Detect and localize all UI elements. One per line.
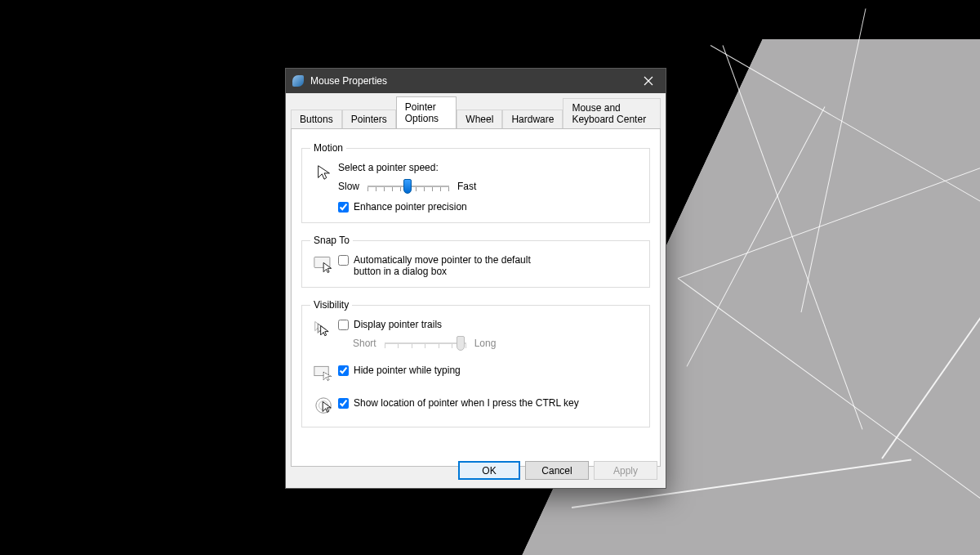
tab-hardware[interactable]: Hardware xyxy=(502,110,563,129)
enhance-precision-label: Enhance pointer precision xyxy=(354,201,467,213)
hide-typing-checkbox[interactable]: Hide pointer while typing xyxy=(338,365,641,376)
group-visibility-legend: Visibility xyxy=(310,299,352,311)
group-snap-to: Snap To Automatically move xyxy=(301,235,650,288)
pointer-speed-slider[interactable] xyxy=(368,178,449,195)
cancel-button[interactable]: Cancel xyxy=(525,461,589,480)
pointer-speed-label: Select a pointer speed: xyxy=(338,162,641,173)
pointer-trails-slider xyxy=(385,335,466,351)
pointer-trails-checkbox[interactable]: Display pointer trails xyxy=(338,319,641,330)
tab-strip: Buttons Pointers Pointer Options Wheel H… xyxy=(286,93,666,128)
group-snap-to-legend: Snap To xyxy=(310,235,353,246)
tab-buttons[interactable]: Buttons xyxy=(291,110,342,129)
titlebar[interactable]: Mouse Properties xyxy=(286,69,666,93)
tab-mouse-keyboard-center[interactable]: Mouse and Keyboard Center xyxy=(563,98,661,129)
app-icon xyxy=(292,75,304,87)
ctrl-locate-input[interactable] xyxy=(338,398,349,409)
enhance-precision-input[interactable] xyxy=(338,202,349,213)
pointer-trails-icon xyxy=(314,319,335,340)
pointer-speed-slow-label: Slow xyxy=(338,181,359,192)
group-visibility: Visibility xyxy=(301,299,650,427)
pointer-speed-icon xyxy=(314,162,335,183)
tab-pointer-options[interactable]: Pointer Options xyxy=(396,96,457,128)
close-button[interactable] xyxy=(631,69,666,93)
ctrl-locate-icon xyxy=(314,396,335,417)
snap-to-icon xyxy=(314,254,335,275)
ctrl-locate-checkbox[interactable]: Show location of pointer when I press th… xyxy=(338,397,641,409)
mouse-properties-dialog: Mouse Properties Buttons Pointers Pointe… xyxy=(285,68,666,489)
pointer-speed-thumb[interactable] xyxy=(403,179,412,194)
apply-button: Apply xyxy=(594,461,657,480)
trails-long-label: Long xyxy=(474,338,497,349)
desktop-wallpaper: Mouse Properties Buttons Pointers Pointe… xyxy=(0,0,980,555)
tab-panel-pointer-options: Motion Select a pointer speed: Slow xyxy=(291,128,661,467)
pointer-trails-thumb xyxy=(457,336,465,351)
enhance-precision-checkbox[interactable]: Enhance pointer precision xyxy=(338,201,641,213)
snap-to-checkbox[interactable]: Automatically move pointer to the defaul… xyxy=(338,254,641,277)
hide-typing-input[interactable] xyxy=(338,365,349,376)
pointer-trails-input[interactable] xyxy=(338,320,349,330)
tab-pointers[interactable]: Pointers xyxy=(342,110,396,129)
dialog-button-row: OK Cancel Apply xyxy=(458,461,657,480)
snap-to-label: Automatically move pointer to the defaul… xyxy=(354,254,558,277)
hide-typing-label: Hide pointer while typing xyxy=(354,365,461,376)
pointer-trails-label: Display pointer trails xyxy=(354,319,442,330)
pointer-speed-fast-label: Fast xyxy=(457,181,476,192)
trails-short-label: Short xyxy=(353,338,376,349)
hide-typing-icon xyxy=(314,363,335,384)
ctrl-locate-label: Show location of pointer when I press th… xyxy=(354,397,579,409)
snap-to-input[interactable] xyxy=(338,255,349,266)
group-motion: Motion Select a pointer speed: Slow xyxy=(301,142,650,223)
tab-wheel[interactable]: Wheel xyxy=(457,110,502,129)
window-title: Mouse Properties xyxy=(310,75,631,87)
ok-button[interactable]: OK xyxy=(458,461,520,480)
group-motion-legend: Motion xyxy=(310,142,346,154)
